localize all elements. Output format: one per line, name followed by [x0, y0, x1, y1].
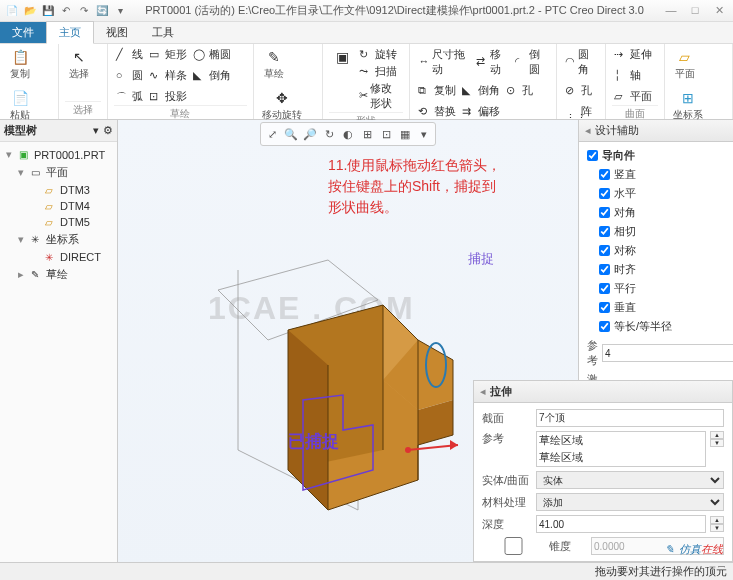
- hidden-icon[interactable]: ⊡: [377, 125, 395, 143]
- extend-button[interactable]: ⇢延伸: [612, 46, 658, 63]
- maximize-icon[interactable]: □: [685, 4, 705, 17]
- chk-eq[interactable]: 等长/等半径: [599, 317, 725, 336]
- tree-dtm5[interactable]: ▱DTM5: [2, 214, 115, 230]
- chamfer-button[interactable]: ◣倒角: [191, 67, 233, 84]
- nohidden-icon[interactable]: ▦: [396, 125, 414, 143]
- title-bar: 📄 📂 💾 ↶ ↷ 🔄 ▾ PRT0001 (活动的) E:\Creo工作目录\…: [0, 0, 733, 22]
- hole-icon: ⊙: [506, 84, 520, 98]
- project-button[interactable]: ⊡投影: [147, 88, 189, 105]
- tab-view[interactable]: 视图: [94, 22, 140, 43]
- guide-check[interactable]: 导向件: [587, 146, 725, 165]
- select-button[interactable]: ↖选择: [65, 46, 93, 83]
- move-edit-button[interactable]: ⇄移动: [474, 46, 511, 78]
- ref-list-spinner[interactable]: ▲▼: [710, 431, 724, 447]
- tree-root[interactable]: ▾▣PRT0001.PRT: [2, 146, 115, 163]
- extrude-button[interactable]: ▣: [329, 46, 357, 112]
- saved-view-icon[interactable]: ▾: [415, 125, 433, 143]
- arc-button[interactable]: ⌒弧: [114, 88, 145, 105]
- extend-icon: ⇢: [614, 48, 628, 62]
- chamfer-edit-button[interactable]: ◣倒角: [460, 82, 502, 99]
- mat-select[interactable]: 添加: [536, 493, 724, 511]
- solid-select[interactable]: 实体: [536, 471, 724, 489]
- curve-button[interactable]: ∿样条: [147, 67, 189, 84]
- minimize-icon[interactable]: —: [661, 4, 681, 17]
- chk-para[interactable]: 平行: [599, 279, 725, 298]
- revolve-button[interactable]: ↻旋转: [357, 46, 404, 63]
- hole-button[interactable]: ⊙孔: [504, 82, 535, 99]
- chk-tan[interactable]: 相切: [599, 222, 725, 241]
- taper-check[interactable]: [482, 537, 545, 555]
- save-icon[interactable]: 💾: [40, 3, 56, 19]
- close-icon[interactable]: ✕: [709, 4, 729, 17]
- axis-button[interactable]: ╎轴: [612, 67, 658, 84]
- tree-filter-icon[interactable]: ▾: [93, 124, 99, 137]
- replace-button[interactable]: ⟲替换: [416, 103, 458, 120]
- move-icon: ✥: [273, 89, 291, 107]
- wireframe-icon[interactable]: ⊞: [358, 125, 376, 143]
- move-rotate-button[interactable]: ✥移动旋转: [260, 87, 304, 124]
- tab-file[interactable]: 文件: [0, 22, 46, 43]
- depth-spinner[interactable]: ▲▼: [710, 516, 724, 532]
- tab-home[interactable]: 主页: [46, 21, 94, 44]
- sketch-button[interactable]: ✎草绘: [260, 46, 288, 83]
- tab-tool[interactable]: 工具: [140, 22, 186, 43]
- csys-tree-icon: ✳: [31, 234, 43, 245]
- ellipse-icon: ◯: [193, 48, 207, 62]
- tree-dtm4[interactable]: ▱DTM4: [2, 198, 115, 214]
- circle-button[interactable]: ○圆: [114, 67, 145, 84]
- datum-plane-button[interactable]: ▱平面: [671, 46, 699, 83]
- datum-csys-button[interactable]: ⊞坐标系: [671, 87, 705, 124]
- tree-dtm3[interactable]: ▱DTM3: [2, 182, 115, 198]
- chk-sym[interactable]: 对称: [599, 241, 725, 260]
- chk-diag[interactable]: 对角: [599, 203, 725, 222]
- round-button[interactable]: ◜倒圆: [513, 46, 550, 78]
- eng-hole-button[interactable]: ⊘孔: [563, 82, 599, 99]
- extrude-header[interactable]: ◂拉伸: [474, 381, 732, 403]
- window-title: PRT0001 (活动的) E:\Creo工作目录\工作文件\0912\Dire…: [128, 3, 661, 18]
- tree-settings-icon[interactable]: ⚙: [103, 124, 113, 137]
- dim-icon: ↔: [418, 55, 430, 69]
- regen-icon[interactable]: 🔄: [94, 3, 110, 19]
- tree-csys[interactable]: ▾✳坐标系: [2, 230, 115, 249]
- ref-list[interactable]: 草绘区域 草绘区域 草绘区域: [536, 431, 706, 467]
- group-surf: 曲面: [612, 105, 658, 121]
- line-button[interactable]: ╱线: [114, 46, 145, 63]
- chk-orth[interactable]: 垂直: [599, 298, 725, 317]
- sweep-button[interactable]: ⤳扫描: [357, 63, 404, 80]
- dim-drag-button[interactable]: ↔尺寸拖动: [416, 46, 472, 78]
- depth-input[interactable]: [536, 515, 706, 533]
- rect-button[interactable]: ▭矩形: [147, 46, 189, 63]
- chk-vert[interactable]: 竖直: [599, 165, 725, 184]
- copy-edit-button[interactable]: ⧉复制: [416, 82, 458, 99]
- open-icon[interactable]: 📂: [22, 3, 38, 19]
- shade-icon[interactable]: ◐: [339, 125, 357, 143]
- eng-round-button[interactable]: ◠圆角: [563, 46, 599, 78]
- status-bar: 拖动要对其进行操作的顶元: [0, 562, 733, 580]
- hole2-icon: ⊘: [565, 84, 579, 98]
- brand-watermark: ✎ 仿真在线: [665, 537, 723, 558]
- tree-direct[interactable]: ✳DIRECT: [2, 249, 115, 265]
- new-icon[interactable]: 📄: [4, 3, 20, 19]
- zoom-in-icon[interactable]: 🔍: [282, 125, 300, 143]
- refit-icon[interactable]: ⤢: [263, 125, 281, 143]
- design-aid-header[interactable]: ◂设计辅助: [579, 120, 733, 142]
- paste-button[interactable]: 📄粘贴: [6, 87, 34, 124]
- offset-button[interactable]: ⇉偏移: [460, 103, 502, 120]
- undo-icon[interactable]: ↶: [58, 3, 74, 19]
- fillet-icon: ◠: [565, 55, 577, 69]
- ref-input[interactable]: [602, 344, 733, 362]
- modify-shape-button[interactable]: ✂修改形状: [357, 80, 404, 112]
- zoom-out-icon[interactable]: 🔎: [301, 125, 319, 143]
- plane-icon: ▱: [614, 90, 628, 104]
- ellipse-button[interactable]: ◯椭圆: [191, 46, 233, 63]
- plane-button[interactable]: ▱平面: [612, 88, 658, 105]
- copy-button[interactable]: 📋复制: [6, 46, 34, 83]
- section-input[interactable]: [536, 409, 724, 427]
- redo-icon[interactable]: ↷: [76, 3, 92, 19]
- tree-sketch[interactable]: ▸✎草绘: [2, 265, 115, 284]
- chk-perp[interactable]: 时齐: [599, 260, 725, 279]
- close-win-icon[interactable]: ▾: [112, 3, 128, 19]
- tree-planes[interactable]: ▾▭平面: [2, 163, 115, 182]
- chk-horiz[interactable]: 水平: [599, 184, 725, 203]
- repaint-icon[interactable]: ↻: [320, 125, 338, 143]
